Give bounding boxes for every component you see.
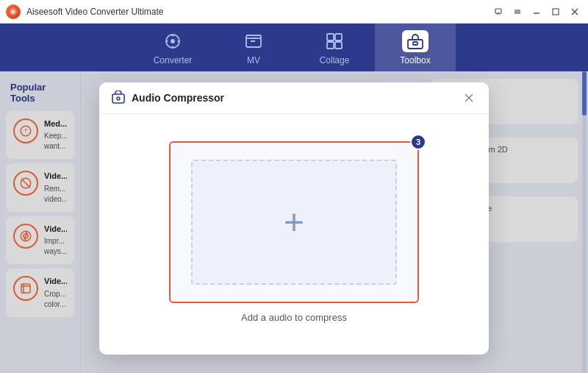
close-button[interactable] — [567, 4, 582, 19]
minimize-button[interactable] — [529, 4, 544, 19]
drop-zone-wrapper: + 3 — [169, 141, 419, 303]
drop-zone-badge: 3 — [410, 134, 426, 150]
svg-point-13 — [172, 46, 174, 48]
collage-icon-wrapper — [321, 30, 348, 52]
svg-rect-17 — [335, 34, 342, 40]
audio-compressor-dialog: Audio Compressor + 3 — [99, 82, 489, 355]
svg-rect-18 — [327, 42, 334, 49]
svg-point-12 — [178, 40, 180, 42]
dialog-body: + 3 Add a audio to compress — [99, 114, 489, 349]
mv-icon-wrapper — [240, 30, 267, 52]
svg-rect-1 — [495, 9, 501, 13]
svg-rect-16 — [327, 34, 334, 40]
toolbox-icon-wrapper — [402, 30, 429, 52]
svg-point-31 — [117, 97, 120, 100]
svg-point-11 — [172, 34, 174, 36]
plus-icon: + — [284, 205, 304, 240]
dialog-close-button[interactable] — [461, 90, 477, 106]
main-content: Popular Tools Med... Keep...want... — [0, 71, 588, 373]
svg-rect-30 — [112, 94, 124, 103]
nav-item-toolbox[interactable]: Toolbox — [375, 24, 456, 71]
title-bar: Aiseesoft Video Converter Ultimate — [0, 0, 588, 24]
nav-item-converter[interactable]: Converter — [132, 24, 213, 71]
dialog-header: Audio Compressor — [99, 82, 489, 114]
dialog-title: Audio Compressor — [132, 92, 461, 104]
converter-label: Converter — [154, 55, 193, 65]
svg-rect-20 — [408, 40, 423, 49]
menu-button[interactable] — [510, 4, 525, 19]
svg-rect-6 — [553, 9, 559, 15]
svg-point-14 — [166, 40, 168, 42]
nav-item-mv[interactable]: MV — [213, 24, 294, 71]
drop-zone-inner: + — [191, 160, 397, 285]
drop-zone[interactable]: + — [169, 141, 419, 303]
svg-rect-21 — [413, 42, 417, 45]
svg-point-10 — [171, 39, 175, 43]
converter-icon-wrapper — [159, 30, 186, 52]
drop-zone-label: Add a audio to compress — [241, 312, 347, 323]
toolbox-label: Toolbox — [400, 55, 430, 65]
nav-item-collage[interactable]: Collage — [294, 24, 375, 71]
app-title: Aiseesoft Video Converter Ultimate — [26, 7, 491, 17]
dialog-overlay: Audio Compressor + 3 — [0, 71, 588, 373]
collage-label: Collage — [320, 55, 350, 65]
audio-compressor-icon — [111, 90, 126, 105]
nav-bar: Converter MV Collage — [0, 24, 588, 71]
window-controls — [491, 4, 582, 19]
maximize-button[interactable] — [548, 4, 563, 19]
svg-rect-19 — [335, 42, 342, 49]
mv-label: MV — [247, 55, 260, 65]
app-logo — [6, 4, 21, 19]
chat-button[interactable] — [491, 4, 506, 19]
